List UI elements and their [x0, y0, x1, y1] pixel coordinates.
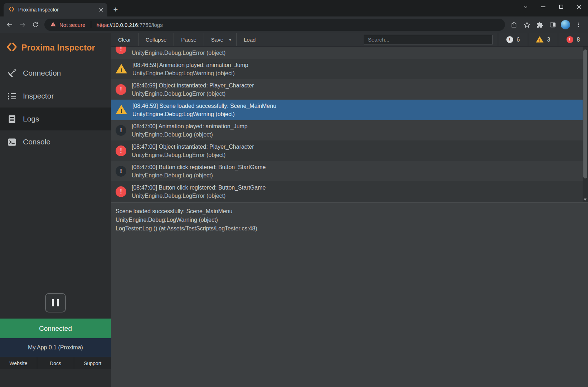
browser-tab[interactable]: Proxima Inspector	[4, 3, 107, 16]
detail-line: Scene loaded successfully: Scene_MainMen…	[116, 207, 581, 216]
log-row[interactable]: ! [08:47:00] Button click registered: Bu…	[111, 181, 583, 202]
close-window-button[interactable]	[570, 0, 588, 14]
sidebar-nav: Connection Inspector Logs	[0, 62, 111, 153]
detail-line: UnityEngine.Debug:LogWarning (object)	[116, 216, 581, 224]
log-source: UnityEngine.Debug:LogWarning (object)	[132, 110, 276, 118]
log-search-input[interactable]	[364, 35, 493, 44]
log-source: UnityEngine.Debug:LogWarning (object)	[132, 69, 248, 77]
app-logo[interactable]: Proxima Inspector	[0, 33, 111, 62]
log-message: [08:46:59] Object instantiated: Player_C…	[132, 81, 254, 90]
log-row[interactable]: ! [08:46:59] Scene loaded successfully: …	[111, 100, 583, 120]
tab-strip: Proxima Inspector +	[0, 0, 588, 16]
url-host: ://10.0.0.216	[108, 22, 138, 28]
logs-toolbar: Clear Collapse Pause Save ▾ Load ! 6 ! 3…	[111, 33, 588, 47]
info-icon: !	[116, 125, 126, 136]
warning-icon: !	[536, 36, 544, 43]
pause-icon	[52, 299, 54, 306]
log-message: [08:47:00] Button click registered: Butt…	[132, 163, 266, 171]
log-message: [08:47:00] Object instantiated: Player_C…	[132, 143, 254, 151]
pause-connection-button[interactable]	[45, 293, 66, 312]
log-source: UnityEngine.Debug:LogError (object)	[132, 90, 254, 98]
log-source: UnityEngine.Debug:LogError (object)	[132, 151, 254, 159]
log-message: [08:47:00] Animation played: animation_J…	[132, 122, 248, 130]
sidebar-item-connection[interactable]: Connection	[0, 62, 111, 85]
scrollbar[interactable]	[583, 47, 588, 202]
error-count: 8	[577, 37, 580, 43]
terminal-icon	[7, 137, 17, 147]
scrollbar-thumb[interactable]	[583, 49, 587, 178]
log-row[interactable]: ! [08:46:59] Object instantiated: Player…	[111, 79, 583, 100]
log-message: [08:47:00] Button click registered: Butt…	[132, 183, 266, 192]
new-tab-button[interactable]: +	[110, 4, 121, 15]
pause-logs-button[interactable]: Pause	[174, 33, 204, 46]
sidebar-item-label: Inspector	[23, 92, 54, 100]
app-root: Proxima Inspector Connection Inspector	[0, 33, 588, 387]
share-icon[interactable]	[508, 19, 520, 31]
error-count-filter[interactable]: ! 8	[558, 33, 588, 46]
sidebar: Proxima Inspector Connection Inspector	[0, 33, 111, 387]
save-button[interactable]: Save	[204, 33, 227, 46]
sidebar-item-label: Connection	[23, 69, 61, 77]
address-bar[interactable]: Not secure https://10.0.0.216:7759/logs	[44, 19, 505, 31]
log-list: ! UnityEngine.Debug:LogError (object) ! …	[111, 47, 588, 202]
save-dropdown-icon[interactable]: ▾	[227, 33, 237, 46]
divider	[91, 21, 91, 28]
docs-link[interactable]: Docs	[37, 357, 74, 369]
warning-count-filter[interactable]: ! 3	[528, 33, 558, 46]
website-link[interactable]: Website	[0, 357, 37, 369]
sidebar-item-console[interactable]: Console	[0, 130, 111, 153]
profile-avatar[interactable]	[559, 19, 572, 31]
info-icon: !	[506, 36, 513, 43]
forward-icon[interactable]	[16, 19, 29, 31]
log-message: [08:46:59] Animation played: animation_J…	[132, 61, 248, 69]
info-count: 6	[517, 37, 520, 43]
scroll-down-arrow-icon[interactable]	[584, 199, 587, 201]
back-icon[interactable]	[4, 19, 16, 31]
log-row[interactable]: ! [08:47:00] Object instantiated: Player…	[111, 140, 583, 161]
bookmark-star-icon[interactable]	[521, 19, 533, 31]
url-path: :7759/logs	[138, 22, 162, 28]
sidebar-footer: Website Docs Support	[0, 357, 111, 369]
sidebar-item-inspector[interactable]: Inspector	[0, 85, 111, 108]
url-text: https://10.0.0.216:7759/logs	[97, 22, 163, 28]
browser-toolbar: Not secure https://10.0.0.216:7759/logs	[0, 16, 588, 33]
proxima-logo-icon	[6, 42, 17, 54]
warning-icon: !	[116, 105, 127, 115]
log-row[interactable]: ! [08:47:00] Button click registered: Bu…	[111, 161, 583, 181]
satellite-dish-icon	[7, 68, 17, 78]
log-row[interactable]: ! UnityEngine.Debug:LogError (object)	[111, 47, 583, 59]
info-count-filter[interactable]: ! 6	[498, 33, 528, 46]
not-secure-warning-icon	[50, 21, 56, 28]
browser-window: Proxima Inspector +	[0, 0, 588, 387]
log-source: UnityEngine.Debug:LogError (object)	[132, 192, 266, 200]
connected-app-label: My App 0.1 (Proxima)	[0, 338, 111, 357]
reload-icon[interactable]	[29, 19, 42, 31]
collapse-button[interactable]: Collapse	[139, 33, 174, 46]
log-message: [08:46:59] Scene loaded successfully: Sc…	[132, 102, 276, 110]
log-row[interactable]: ! [08:47:00] Animation played: animation…	[111, 120, 583, 140]
security-label[interactable]: Not secure	[59, 22, 86, 28]
document-icon	[7, 114, 17, 124]
log-source: UnityEngine.Debug:Log (object)	[132, 171, 266, 180]
side-panel-icon[interactable]	[546, 19, 559, 31]
log-row[interactable]: ! [08:46:59] Animation played: animation…	[111, 59, 583, 79]
minimize-button[interactable]	[534, 0, 552, 14]
url-scheme: https	[97, 22, 108, 28]
clear-button[interactable]: Clear	[111, 33, 139, 46]
tab-close-icon[interactable]	[97, 6, 105, 13]
browser-menu-icon[interactable]	[572, 19, 584, 31]
sidebar-item-logs[interactable]: Logs	[0, 108, 111, 130]
error-icon: !	[116, 84, 126, 95]
load-button[interactable]: Load	[237, 33, 263, 46]
chevron-down-icon[interactable]	[516, 0, 534, 14]
error-icon: !	[116, 47, 126, 54]
sidebar-item-label: Logs	[23, 115, 39, 123]
maximize-button[interactable]	[552, 0, 570, 14]
error-icon: !	[116, 145, 126, 156]
extensions-puzzle-icon[interactable]	[534, 19, 546, 31]
info-icon: !	[116, 166, 126, 177]
proxima-favicon-icon	[9, 6, 15, 13]
log-detail-panel: Scene loaded successfully: Scene_MainMen…	[111, 202, 588, 387]
support-link[interactable]: Support	[74, 357, 111, 369]
warning-count: 3	[547, 37, 550, 43]
